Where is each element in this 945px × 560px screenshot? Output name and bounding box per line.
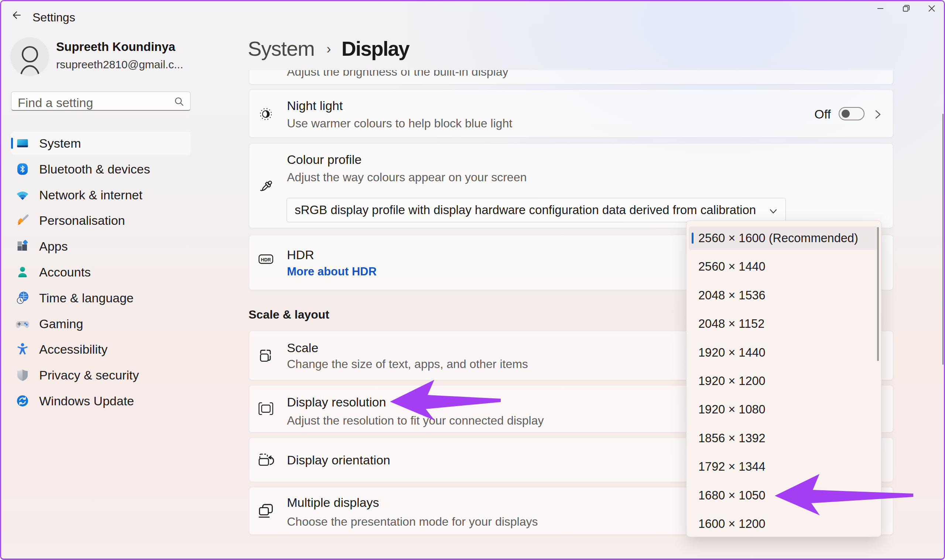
svg-text:HDR: HDR	[261, 257, 271, 263]
